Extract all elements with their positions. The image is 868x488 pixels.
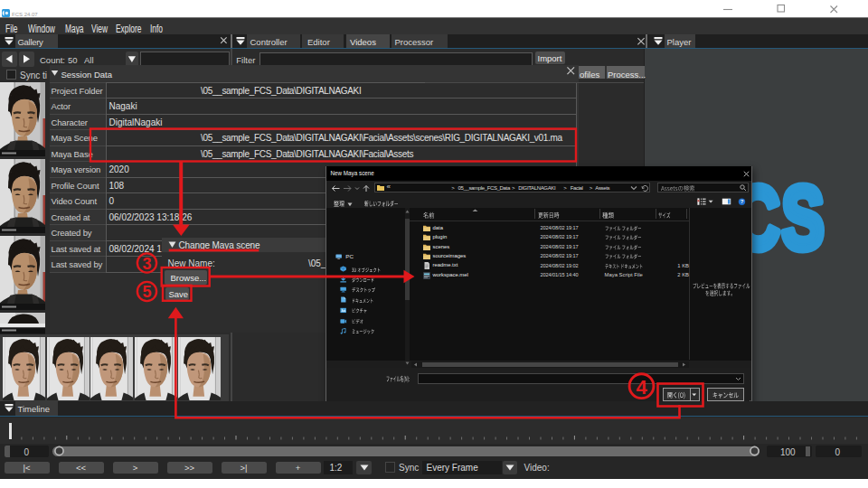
svg-text:?: ? — [740, 199, 743, 204]
